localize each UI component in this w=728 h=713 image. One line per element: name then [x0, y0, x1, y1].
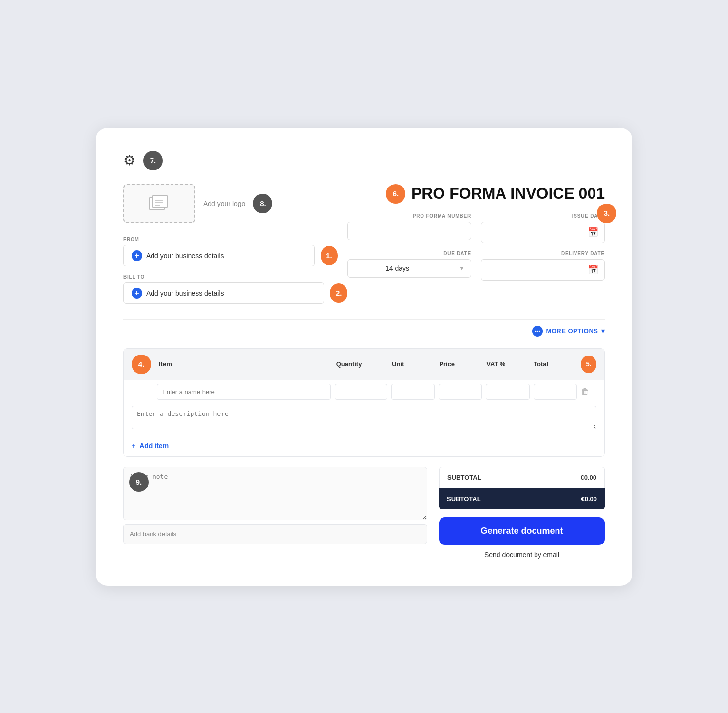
item-unit-input[interactable] [391, 384, 435, 400]
delete-item-button[interactable]: 🗑 [581, 387, 590, 397]
delivery-date-input-wrapper[interactable]: 9/13/2022 📅 [481, 259, 605, 281]
invoice-title-text: PRO FORMA INVOICE 001 [411, 185, 605, 203]
invoice-card: ⚙ 7. Add your logo 8. [96, 128, 632, 586]
top-bar: ⚙ 7. [123, 151, 605, 170]
logo-box[interactable] [123, 184, 195, 223]
col-quantity-header: Quantity [336, 360, 388, 368]
item-delete-cell: 🗑 [581, 387, 596, 397]
due-date-group: DUE DATE 14 days ▼ [347, 251, 471, 281]
delivery-date-calendar-icon[interactable]: 📅 [588, 264, 598, 275]
delivery-date-input[interactable]: 9/13/2022 [487, 266, 588, 274]
plus-icon: + [132, 250, 142, 261]
item-desc-row [124, 404, 604, 437]
logo-section: Add your logo 8. [123, 184, 347, 223]
add-item-plus-icon: + [132, 442, 135, 450]
col-unit-header: Unit [392, 360, 435, 368]
item-desc-input[interactable] [132, 406, 596, 429]
col-vat-header: VAT % [486, 360, 530, 368]
items-table: 4. Item Quantity Unit Price VAT % Total … [123, 348, 605, 457]
item-price-cell: 0.00 [439, 384, 482, 400]
col-total-header: Total [534, 360, 577, 368]
issue-date-label: ISSUE DATE [481, 213, 605, 219]
send-email-link[interactable]: Send document by email [439, 551, 605, 559]
subtotal-row: SUBTOTAL €0.00 [439, 467, 605, 488]
generate-document-button[interactable]: Generate document [439, 517, 605, 545]
bill-to-label: BILL TO [123, 274, 347, 280]
from-section: FROM + Add your business details 1. [123, 237, 338, 266]
subtotal-label: SUBTOTAL [447, 474, 481, 481]
pro-forma-number-label: PRO FORMA NUMBER [347, 213, 471, 219]
add-billto-label: Add your business details [146, 289, 224, 297]
more-options-chevron: ▾ [601, 327, 605, 335]
issue-date-group: ISSUE DATE 9/13/2022 📅 [481, 213, 605, 243]
table-row: 1 0.00 20.00 0.00 🗑 [124, 380, 604, 404]
invoice-title-section: 6. PRO FORMA INVOICE 001 3. PRO FORMA NU… [347, 184, 605, 281]
pro-forma-number-input[interactable]: 2022001 [354, 227, 465, 235]
delivery-date-label: DELIVERY DATE [481, 251, 605, 256]
pro-forma-number-input-wrapper[interactable]: 2022001 [347, 222, 471, 240]
gear-icon[interactable]: ⚙ [123, 152, 135, 169]
badge-8: 8. [253, 194, 272, 213]
add-from-label: Add your business details [146, 252, 224, 260]
add-from-button[interactable]: + Add your business details [123, 245, 315, 266]
badge-1: 1. [321, 246, 338, 265]
from-label: FROM [123, 237, 338, 242]
due-date-select[interactable]: 14 days ▼ [347, 259, 471, 278]
note-textarea[interactable] [123, 467, 427, 520]
bank-details-button[interactable]: Add bank details [123, 524, 427, 544]
due-date-label: DUE DATE [347, 251, 471, 256]
more-dots-icon: ••• [532, 326, 543, 337]
badge-4: 4. [132, 355, 151, 374]
badge-7: 7. [143, 151, 163, 170]
item-total-input[interactable]: 0.00 [534, 384, 577, 400]
issue-date-input-wrapper[interactable]: 9/13/2022 📅 [481, 222, 605, 243]
subtotal-dark-value: €0.00 [581, 495, 597, 503]
badge-2: 2. [330, 283, 347, 303]
issue-date-input[interactable]: 9/13/2022 [487, 228, 588, 236]
add-billto-button[interactable]: + Add your business details [123, 282, 324, 304]
badge-6: 6. [386, 184, 405, 204]
plus-icon-2: + [132, 288, 142, 299]
item-vat-cell: 20.00 [486, 384, 529, 400]
table-header-row: 4. Item Quantity Unit Price VAT % Total … [124, 349, 604, 380]
add-item-row: + Add item [124, 437, 604, 456]
logo-label: Add your logo [203, 200, 245, 207]
subtotal-value: €0.00 [580, 474, 596, 481]
item-name-cell [153, 384, 331, 400]
svg-rect-1 [153, 195, 167, 208]
issue-date-calendar-icon[interactable]: 📅 [588, 227, 598, 238]
item-unit-cell [391, 384, 435, 400]
left-panel: Add your logo 8. FROM + Add your busines… [123, 184, 347, 304]
badge-3: 3. [597, 204, 616, 223]
pro-forma-number-group: PRO FORMA NUMBER 2022001 [347, 213, 471, 243]
item-name-input[interactable] [157, 384, 331, 400]
subtotal-dark-label: SUBTOTAL [447, 495, 481, 503]
more-options-label: MORE OPTIONS [546, 327, 598, 335]
item-vat-input[interactable]: 20.00 [486, 384, 529, 400]
fields-grid: PRO FORMA NUMBER 2022001 ISSUE DATE 9/13… [347, 213, 605, 281]
chevron-down-icon: ▼ [409, 265, 465, 272]
subtotal-dark-row: SUBTOTAL €0.00 [439, 488, 605, 509]
item-qty-cell: 1 [335, 384, 387, 400]
delivery-date-group: DELIVERY DATE 9/13/2022 📅 [481, 251, 605, 281]
col-price-header: Price [439, 360, 482, 368]
add-item-label: Add item [139, 442, 169, 450]
item-total-cell: 0.00 [534, 384, 577, 400]
badge-5: 5. [581, 356, 596, 373]
due-date-value: 14 days [354, 264, 409, 272]
header-row: Add your logo 8. FROM + Add your busines… [123, 184, 605, 304]
add-item-button[interactable]: + Add item [132, 442, 169, 450]
badge-9: 9. [129, 472, 149, 492]
notes-section: 9. Add bank details [123, 467, 427, 559]
more-options-row: ••• MORE OPTIONS ▾ [123, 319, 605, 337]
item-price-input[interactable]: 0.00 [439, 384, 482, 400]
col-item-header: Item [155, 360, 332, 368]
more-options-button[interactable]: ••• MORE OPTIONS ▾ [532, 326, 605, 337]
totals-section: SUBTOTAL €0.00 SUBTOTAL €0.00 Generate d… [439, 467, 605, 559]
item-qty-input[interactable]: 1 [335, 384, 387, 400]
invoice-title: 6. PRO FORMA INVOICE 001 [347, 184, 605, 204]
bill-to-section: BILL TO + Add your business details 2. [123, 274, 347, 304]
bottom-section: 9. Add bank details SUBTOTAL €0.00 SUBTO… [123, 467, 605, 559]
